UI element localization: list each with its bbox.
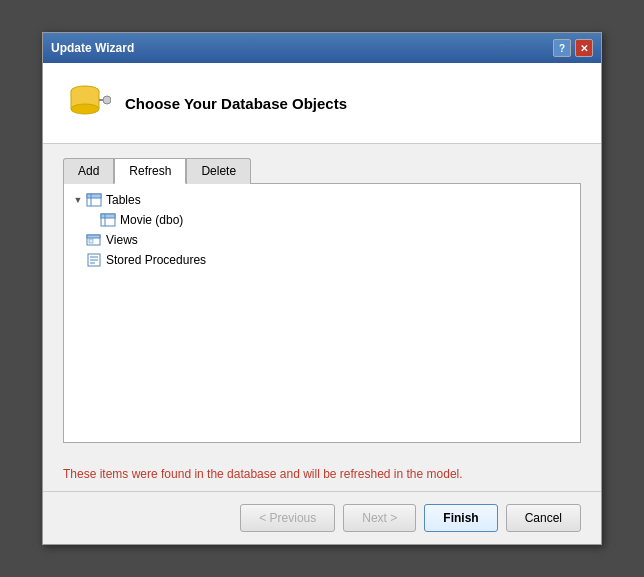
status-text: These items were found in the database a… [63,467,463,481]
finish-button[interactable]: Finish [424,504,497,532]
svg-rect-11 [101,214,115,218]
svg-rect-14 [87,235,100,238]
tree-node-tables[interactable]: ▼ Tables [68,190,576,210]
sp-icon [86,252,102,268]
help-button[interactable]: ? [553,39,571,57]
titlebar: Update Wizard ? ✕ [43,33,601,63]
svg-rect-15 [89,239,93,243]
database-icon [63,79,111,127]
tab-refresh[interactable]: Refresh [114,158,186,184]
tables-icon [86,192,102,208]
next-button[interactable]: Next > [343,504,416,532]
tab-delete[interactable]: Delete [186,158,251,184]
movie-table-icon [100,212,116,228]
views-icon [86,232,102,248]
update-wizard-window: Update Wizard ? ✕ Choose Your Database O… [42,32,602,545]
window-title: Update Wizard [51,41,134,55]
header-area: Choose Your Database Objects [43,63,601,144]
tree-node-stored-procedures[interactable]: Stored Procedures [68,250,576,270]
collapse-icon-tables: ▼ [72,194,84,206]
tables-label: Tables [106,193,141,207]
tree-node-movie[interactable]: Movie (dbo) [68,210,576,230]
svg-point-6 [103,96,111,104]
svg-rect-8 [87,194,101,198]
tree-node-views[interactable]: Views [68,230,576,250]
previous-button[interactable]: < Previous [240,504,335,532]
tree-container: ▼ Tables [63,183,581,443]
close-button[interactable]: ✕ [575,39,593,57]
titlebar-controls: ? ✕ [553,39,593,57]
collapse-icon-sp [72,254,84,266]
content-area: Add Refresh Delete ▼ Tables [43,144,601,457]
cancel-button[interactable]: Cancel [506,504,581,532]
tab-add[interactable]: Add [63,158,114,184]
views-label: Views [106,233,138,247]
collapse-icon-views [72,234,84,246]
sp-label: Stored Procedures [106,253,206,267]
movie-label: Movie (dbo) [120,213,183,227]
header-title: Choose Your Database Objects [125,95,347,112]
svg-point-2 [71,104,99,114]
tabs: Add Refresh Delete [63,158,581,184]
status-message: These items were found in the database a… [43,457,601,491]
footer: < Previous Next > Finish Cancel [43,491,601,544]
